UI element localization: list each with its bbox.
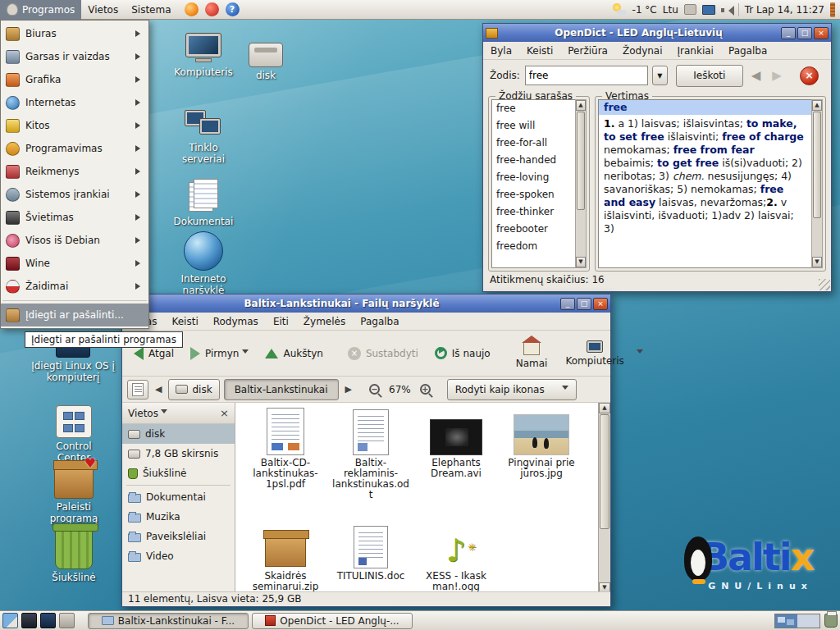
trash-applet-icon[interactable] [824,614,838,628]
clock[interactable]: Tr Lap 14, 11:27 [745,4,824,16]
desktop-icon-trash[interactable]: Šiukšlinė [39,523,108,583]
scrollbar-thumb[interactable] [577,112,585,210]
back-arrow-icon[interactable]: ◀ [748,68,765,83]
menu-item-grafika[interactable]: Grafika [1,68,148,91]
combo-dropdown-button[interactable]: ▼ [652,66,668,85]
sidebar-item-partition[interactable]: 7,8 GB skirsnis [122,444,235,463]
desktop-icon-computer[interactable]: Kompiuteris [174,33,233,78]
desktop-icon-network-servers[interactable]: Tinklo serveriai [169,107,238,166]
word-item[interactable]: free-thinker [492,203,586,221]
up-button[interactable]: Aukštyn [258,344,329,363]
update-notifier-icon[interactable] [205,2,219,16]
keyboard-layout-indicator[interactable]: Ltu [663,4,678,16]
menu-keisti[interactable]: Keisti [519,43,560,59]
workspace-2[interactable] [797,614,819,628]
close-button[interactable]: × [814,27,829,39]
forward-button[interactable]: Pirmyn [184,343,255,364]
file-audio[interactable]: ♪ XESS - Ikask man!.ogg [416,523,496,592]
menu-pagalba[interactable]: Pagalba [721,43,774,59]
menu-perziura[interactable]: Peržiūra [560,43,615,59]
menu-item-sistemos-irankiai[interactable]: Sistemos įrankiai [1,183,148,206]
zoom-in-icon[interactable]: + [420,384,431,395]
launcher-icon[interactable] [40,613,56,628]
menu-item-install-remove[interactable]: Įdiegti ar pašalinti... [1,304,148,326]
path-button-disk[interactable]: disk [168,379,219,400]
firefox-launcher-icon[interactable] [185,2,199,16]
menu-item-internetas[interactable]: Internetas [1,91,148,114]
reload-button[interactable]: Iš naujo [428,343,497,363]
file-image[interactable]: Pingvinai prie jūros.jpg [501,409,582,479]
file-odt[interactable]: Baltix-reklaminis-lankstinukas.odt [331,409,411,500]
desktop-icon-control-center[interactable]: Control Center [41,405,107,464]
computer-button[interactable]: Kompiuteris [558,339,631,368]
menu-item-kitos[interactable]: Kitos [1,114,148,137]
places-menu-button[interactable]: Vietos [81,0,125,20]
path-scroll-right-icon[interactable]: ▶ [343,384,354,395]
search-button[interactable]: Ieškoti [676,65,743,87]
word-input[interactable] [525,66,648,85]
menu-eiti[interactable]: Eiti [266,313,296,330]
volume-icon[interactable] [721,5,733,15]
menu-item-reikmenys[interactable]: Reikmenys [1,160,148,183]
menu-item-wine[interactable]: Wine [1,252,148,275]
scrollbar-thumb[interactable] [600,414,609,529]
close-button[interactable]: × [593,298,608,310]
maximize-button[interactable]: □ [797,27,812,39]
menu-pagalba[interactable]: Pagalba [353,313,406,330]
desktop-icon-browser[interactable]: Interneto naršyklė [166,231,241,297]
task-button-filemanager[interactable]: Baltix-Lankstinukai - F... [88,613,249,629]
files-scrollbar[interactable]: ▲ ▼ [598,403,610,593]
translation-scrollbar[interactable]: ▲ ▼ [811,99,823,268]
scroll-down-icon[interactable]: ▼ [812,257,822,267]
desktop-icon-disk[interactable]: disk [241,43,290,81]
help-launcher-icon[interactable]: ? [226,2,240,16]
menu-item-visos-is-debian[interactable]: Visos iš Debian [1,229,148,252]
sidebar-item-music[interactable]: Muzika [122,507,235,527]
menu-item-zaidimai[interactable]: Žaidimai [1,275,148,298]
word-item[interactable]: free [492,100,586,117]
menu-irankiai[interactable]: Įrankiai [670,43,721,59]
scroll-up-icon[interactable]: ▲ [812,100,822,111]
word-item[interactable]: freebooter [492,221,586,238]
resize-grip[interactable] [819,279,830,290]
file-pdf[interactable]: Baltix-CD-lankstinukas-1psl.pdf [245,409,326,490]
wordlist-scrollbar[interactable]: ▲ ▼ [575,99,587,268]
sidebar-item-video[interactable]: Video [122,546,235,566]
sidebar-item-disk[interactable]: disk [122,424,235,444]
workspace-1[interactable] [775,614,797,628]
menu-rodymas[interactable]: Rodymas [206,313,266,330]
menu-item-svietimas[interactable]: Švietimas [1,206,148,229]
workspace-switcher[interactable] [774,614,820,628]
word-item[interactable]: free-spoken [492,186,586,203]
clear-button[interactable]: × [800,66,819,85]
opendict-titlebar[interactable]: OpenDict - LED Anglų-Lietuvių _ □ × [483,24,831,42]
scroll-up-icon[interactable]: ▲ [599,403,610,413]
menu-item-programavimas[interactable]: Programavimas [1,137,148,160]
word-item[interactable]: freedom [492,238,586,255]
minimize-button[interactable]: _ [781,27,796,39]
word-item[interactable]: free-handed [492,152,586,169]
desktop-icon-documents[interactable]: Dokumentai [171,179,236,227]
desktop-icon-run-program[interactable]: Paleisti programą [36,464,112,525]
menu-item-garsas-ir-vaizdas[interactable]: Garsas ir vaizdas [1,45,148,68]
sidebar-item-pictures[interactable]: Paveikslėliai [122,527,235,546]
menu-item-biuras[interactable]: Biuras [1,22,148,45]
sidebar-header[interactable]: Vietos × [122,403,235,424]
scroll-up-icon[interactable]: ▲ [576,100,586,111]
launcher-icon[interactable] [21,613,37,628]
launcher-icon[interactable] [59,613,75,628]
zoom-out-icon[interactable]: − [369,384,380,395]
filemanager-titlebar[interactable]: Baltix-Lankstinukai - Failų naršyklė _ □… [122,294,610,313]
word-item[interactable]: free will [492,117,586,135]
tray-applet-icon[interactable] [684,4,696,15]
word-item[interactable]: free-loving [492,169,586,186]
scroll-down-icon[interactable]: ▼ [576,257,586,267]
show-desktop-icon[interactable] [2,613,18,628]
toolbar-overflow-icon[interactable] [637,349,643,357]
menu-keisti[interactable]: Keisti [164,313,205,330]
word-item[interactable]: free-for-all [492,135,586,152]
minimize-button[interactable]: _ [560,298,575,310]
maximize-button[interactable]: □ [577,298,591,310]
task-button-opendict[interactable]: OpenDict - LED Anglų-... [252,613,413,629]
home-button[interactable]: Namai [509,336,555,371]
